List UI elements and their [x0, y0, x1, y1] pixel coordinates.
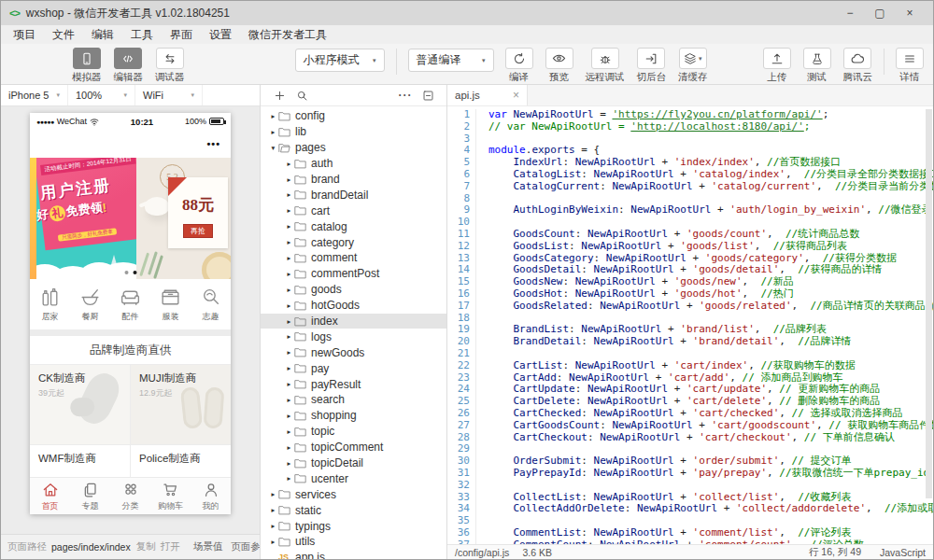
tree-item-topicComment[interactable]: ▸topicComment: [261, 440, 446, 455]
tree-arrow-icon[interactable]: ▸: [284, 206, 294, 215]
page-params-button[interactable]: 页面参数: [231, 540, 260, 553]
tree-arrow-icon[interactable]: ▸: [284, 427, 294, 436]
tree-arrow-icon[interactable]: ▸: [284, 474, 294, 483]
maximize-icon[interactable]: ▢: [865, 1, 895, 25]
close-icon[interactable]: ×: [895, 1, 925, 25]
tree-arrow-icon[interactable]: ▸: [284, 301, 294, 310]
tree-item-utils[interactable]: ▸utils: [261, 534, 446, 550]
device-select[interactable]: iPhone 5 ▾: [1, 85, 68, 105]
menu-item-2[interactable]: 编辑: [83, 27, 122, 43]
menu-item-0[interactable]: 项目: [5, 27, 44, 43]
tree-arrow-icon[interactable]: ▸: [284, 396, 294, 404]
tree-item-topicDetail[interactable]: ▸topicDetail: [261, 455, 446, 471]
tree-item-config[interactable]: ▸config: [261, 108, 446, 124]
category-hobby[interactable]: 志趣: [191, 286, 231, 323]
category-kitchen[interactable]: 餐厨: [70, 286, 110, 323]
tree-item-pages[interactable]: ▾pages: [261, 140, 446, 156]
tree-arrow-icon[interactable]: ▸: [284, 380, 294, 388]
tab-cart[interactable]: 购物车: [150, 478, 191, 514]
tree-arrow-icon[interactable]: ▸: [284, 348, 294, 357]
menu-item-1[interactable]: 文件: [44, 27, 83, 43]
test-button[interactable]: 测试: [803, 48, 831, 84]
editor-toggle-button[interactable]: 编辑器: [114, 48, 144, 84]
zoom-select[interactable]: 100% ▾: [68, 85, 135, 105]
tab-home[interactable]: 首页: [30, 478, 70, 514]
compile-button[interactable]: 编译: [505, 48, 533, 84]
promo-banner-sale[interactable]: 5.2 88元 再抢: [136, 158, 231, 279]
tree-item-payResult[interactable]: ▸payResult: [261, 376, 446, 392]
tree-arrow-icon[interactable]: ▸: [284, 443, 294, 452]
tree-item-auth[interactable]: ▸auth: [261, 156, 446, 172]
tree-item-commentPost[interactable]: ▸commentPost: [261, 266, 446, 282]
compile-mode-select[interactable]: 普通编译 ▾: [408, 49, 494, 72]
tree-item-comment[interactable]: ▸comment: [261, 250, 446, 266]
category-home[interactable]: 居家: [30, 286, 70, 323]
tree-item-services[interactable]: ▸services: [261, 486, 446, 502]
minimize-icon[interactable]: −: [835, 1, 865, 25]
tree-item-brandDetail[interactable]: ▸brandDetail: [261, 187, 446, 203]
menu-item-6[interactable]: 微信开发者工具: [240, 27, 335, 43]
tree-arrow-icon[interactable]: ▸: [268, 490, 278, 498]
brand-card-muji[interactable]: MUJI制造商12.9元起: [131, 365, 231, 444]
tree-arrow-icon[interactable]: ▸: [284, 364, 294, 372]
tree-arrow-icon[interactable]: ▸: [284, 190, 294, 199]
tree-item-typings[interactable]: ▸typings: [261, 518, 446, 534]
clear-cache-button[interactable]: ▾清缓存: [678, 48, 708, 84]
tree-item-cart[interactable]: ▸cart: [261, 203, 446, 218]
tree-item-catalog[interactable]: ▸catalog: [261, 218, 446, 234]
tree-arrow-icon[interactable]: ▸: [284, 332, 294, 341]
more-options-icon[interactable]: ···: [394, 89, 417, 102]
tree-item-category[interactable]: ▸category: [261, 234, 446, 250]
scrollbar-thumb[interactable]: [926, 109, 932, 498]
tree-arrow-icon[interactable]: ▸: [268, 522, 278, 530]
tree-arrow-icon[interactable]: ▸: [284, 160, 294, 168]
brand-card-police[interactable]: Police制造商: [131, 445, 231, 477]
category-accessory[interactable]: 配件: [110, 286, 150, 323]
search-icon[interactable]: [290, 90, 313, 102]
tree-item-topic[interactable]: ▸topic: [261, 424, 446, 440]
remote-debug-button[interactable]: 远程调试: [586, 48, 625, 84]
copy-path-button[interactable]: 复制: [136, 540, 156, 553]
tree-arrow-icon[interactable]: ▸: [268, 128, 278, 136]
tree-arrow-icon[interactable]: ▾: [268, 144, 278, 152]
miniprogram-menu-icon[interactable]: •••: [206, 138, 220, 149]
background-switch-button[interactable]: 切后台: [637, 48, 667, 84]
menu-item-5[interactable]: 设置: [201, 27, 240, 43]
tencent-cloud-button[interactable]: 腾讯云: [843, 48, 873, 84]
tree-arrow-icon[interactable]: ▸: [268, 112, 278, 120]
menu-item-3[interactable]: 工具: [122, 27, 162, 43]
close-tab-icon[interactable]: ×: [513, 89, 519, 102]
brand-card-wmf[interactable]: WMF制造商: [30, 445, 130, 477]
tree-arrow-icon[interactable]: ▸: [284, 459, 294, 468]
tree-arrow-icon[interactable]: ▸: [268, 506, 278, 514]
tree-arrow-icon[interactable]: ▸: [284, 238, 294, 246]
simulator-toggle-button[interactable]: 模拟器: [72, 48, 102, 84]
mode-select[interactable]: 小程序模式 ▾: [295, 49, 385, 72]
tree-item-shopping[interactable]: ▸shopping: [261, 408, 446, 424]
tree-arrow-icon[interactable]: ▸: [284, 254, 294, 262]
network-select[interactable]: WiFi ▾: [135, 85, 203, 105]
tab-profile[interactable]: 我的: [191, 478, 231, 514]
tree-item-app.js[interactable]: JSapp.js: [261, 550, 446, 559]
tree-arrow-icon[interactable]: ▸: [284, 317, 294, 326]
tree-item-hotGoods[interactable]: ▸hotGoods: [261, 298, 446, 314]
category-clothes[interactable]: 服装: [150, 286, 191, 323]
tree-arrow-icon[interactable]: ▸: [268, 538, 278, 546]
tree-item-pay[interactable]: ▸pay: [261, 360, 446, 376]
tree-arrow-icon[interactable]: ▸: [284, 270, 294, 278]
tree-item-brand[interactable]: ▸brand: [261, 172, 446, 188]
preview-button[interactable]: 预览: [545, 48, 573, 84]
promo-banner-register[interactable]: 活动截止时间：2014年12月31日 用户注册 好 礼 免费领 ! 只需两步，好…: [30, 158, 136, 279]
add-file-icon[interactable]: [268, 90, 290, 102]
debugger-toggle-button[interactable]: 调试器: [155, 48, 185, 84]
brand-card-ck[interactable]: CK制造商39元起: [30, 365, 130, 444]
menu-item-4[interactable]: 界面: [162, 27, 201, 43]
tree-arrow-icon[interactable]: ▸: [284, 222, 294, 231]
tree-item-goods[interactable]: ▸goods: [261, 282, 446, 298]
buy-button[interactable]: 再抢: [183, 224, 213, 238]
collapse-tree-icon[interactable]: [417, 90, 439, 102]
open-path-button[interactable]: 打开: [161, 540, 180, 553]
scene-value-button[interactable]: 场景值: [193, 540, 223, 553]
tree-item-lib[interactable]: ▸lib: [261, 124, 446, 140]
tab-topic[interactable]: 专题: [70, 478, 110, 514]
